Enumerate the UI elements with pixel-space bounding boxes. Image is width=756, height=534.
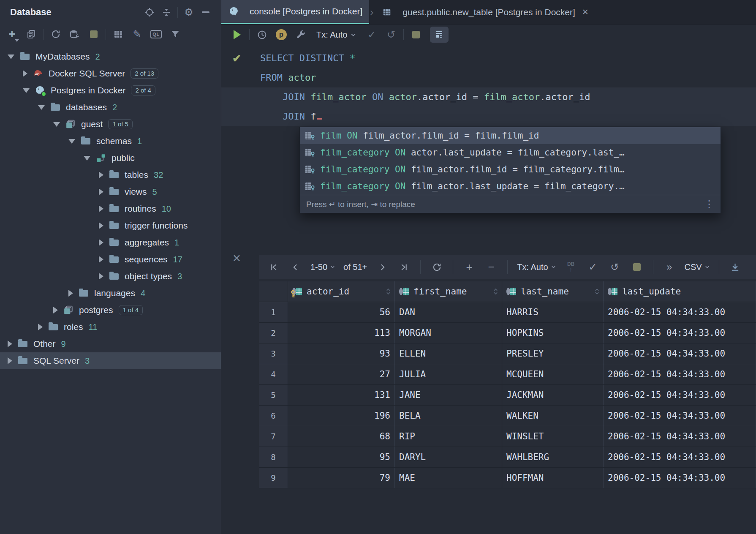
- cell-actor-id[interactable]: 56: [288, 302, 395, 322]
- expand-arrow-icon[interactable]: [53, 307, 58, 313]
- cell-actor-id[interactable]: 95: [288, 447, 395, 467]
- tx-selector[interactable]: Tx: Auto: [310, 30, 362, 40]
- expand-arrow-icon[interactable]: [99, 239, 103, 246]
- filter-icon[interactable]: [166, 26, 185, 43]
- completion-item[interactable]: film_category ON film_actor.film_id = fi…: [300, 161, 721, 178]
- cell-last-update[interactable]: 2006-02-15 04:34:33.00: [604, 426, 756, 447]
- collapse-all-icon[interactable]: [158, 5, 175, 19]
- expand-arrow-icon[interactable]: [38, 324, 43, 330]
- postgres-session-icon[interactable]: p: [272, 26, 291, 43]
- expand-arrow-icon[interactable]: [99, 205, 103, 212]
- cell-actor-id[interactable]: 113: [288, 323, 395, 343]
- cell-last-name[interactable]: HARRIS: [502, 302, 604, 322]
- cell-last-name[interactable]: HOFFMAN: [502, 468, 604, 488]
- tree-item-views[interactable]: views 5: [0, 183, 221, 200]
- cell-last-name[interactable]: JACKMAN: [502, 385, 604, 405]
- reload-icon[interactable]: [426, 259, 448, 275]
- cell-first-name[interactable]: ELLEN: [395, 343, 502, 364]
- cell-first-name[interactable]: DAN: [395, 302, 502, 322]
- tree-item-roles[interactable]: roles 11: [0, 319, 221, 335]
- expand-arrow-icon[interactable]: [99, 172, 103, 178]
- row-number[interactable]: 9: [259, 468, 288, 488]
- next-page-icon[interactable]: [371, 259, 393, 275]
- tree-item-mydatabases[interactable]: MyDatabases 2: [0, 48, 221, 65]
- data-source-properties-icon[interactable]: [65, 26, 84, 43]
- collapse-arrow-icon[interactable]: [68, 139, 75, 144]
- tree-item-other[interactable]: Other 9: [0, 335, 221, 352]
- tree-item-trigger-functions[interactable]: trigger functions: [0, 217, 221, 234]
- cell-last-update[interactable]: 2006-02-15 04:34:33.00: [604, 323, 756, 343]
- cell-first-name[interactable]: RIP: [395, 426, 502, 447]
- cell-first-name[interactable]: BELA: [395, 406, 502, 426]
- table-data-icon[interactable]: [109, 26, 128, 43]
- collapse-arrow-icon[interactable]: [84, 156, 90, 161]
- tree-item-tables[interactable]: tables 32: [0, 166, 221, 183]
- sort-icon[interactable]: [386, 288, 391, 295]
- cell-last-name[interactable]: WALKEN: [502, 406, 604, 426]
- cell-first-name[interactable]: JULIA: [395, 364, 502, 384]
- more-chevrons-icon[interactable]: »: [658, 259, 680, 275]
- new-item-button[interactable]: +: [3, 26, 22, 43]
- edit-pencil-icon[interactable]: ✎: [128, 26, 147, 43]
- row-number[interactable]: 3: [259, 343, 288, 364]
- collapse-arrow-icon[interactable]: [8, 54, 14, 59]
- cell-last-update[interactable]: 2006-02-15 04:34:33.00: [604, 447, 756, 467]
- refresh-icon[interactable]: [46, 26, 65, 43]
- tree-item-object-types[interactable]: object types 3: [0, 268, 221, 285]
- cell-last-update[interactable]: 2006-02-15 04:34:33.00: [604, 343, 756, 364]
- cell-last-name[interactable]: WINSLET: [502, 426, 604, 447]
- row-number[interactable]: 8: [259, 447, 288, 467]
- row-number[interactable]: 4: [259, 364, 288, 384]
- cell-actor-id[interactable]: 27: [288, 364, 395, 384]
- tree-item-aggregates[interactable]: aggregates 1: [0, 234, 221, 251]
- in-editor-results-toggle[interactable]: [430, 27, 449, 43]
- sort-icon[interactable]: [595, 288, 599, 295]
- cell-last-name[interactable]: MCQUEEN: [502, 364, 604, 384]
- cell-actor-id[interactable]: 68: [288, 426, 395, 447]
- editor-line-3[interactable]: JOIN film_actor ON actor.actor_id = film…: [221, 87, 756, 107]
- collapse-arrow-icon[interactable]: [23, 88, 30, 93]
- duplicate-icon[interactable]: [22, 26, 41, 43]
- locate-icon[interactable]: [141, 5, 158, 19]
- history-clock-icon[interactable]: [252, 26, 272, 43]
- row-number[interactable]: 6: [259, 406, 288, 426]
- editor-line-4[interactable]: JOIN f: [221, 107, 756, 126]
- expand-arrow-icon[interactable]: [99, 273, 103, 280]
- tree-item-routines[interactable]: routines 10: [0, 200, 221, 217]
- expand-arrow-icon[interactable]: [8, 357, 12, 364]
- first-page-icon[interactable]: [262, 259, 284, 275]
- add-row-icon[interactable]: +: [458, 259, 480, 275]
- tree-item-guest[interactable]: guest 1 of 5: [0, 116, 221, 133]
- expand-arrow-icon[interactable]: [68, 290, 73, 297]
- editor-line-2[interactable]: FROM actor: [221, 68, 756, 87]
- tab-new-table[interactable]: guest.public.new_table [Postgres in Dock…: [374, 0, 595, 24]
- expand-arrow-icon[interactable]: [99, 256, 103, 263]
- page-range-dropdown[interactable]: 1-50: [306, 262, 339, 272]
- cell-last-update[interactable]: 2006-02-15 04:34:33.00: [604, 364, 756, 384]
- delete-row-icon[interactable]: −: [480, 259, 502, 275]
- jump-to-console-icon[interactable]: QL: [147, 26, 166, 43]
- cell-first-name[interactable]: DARYL: [395, 447, 502, 467]
- row-number[interactable]: 7: [259, 426, 288, 447]
- tree-item-languages[interactable]: languages 4: [0, 285, 221, 302]
- collapse-arrow-icon[interactable]: [38, 105, 45, 110]
- tab-console[interactable]: console [Postgres in Docker]: [221, 0, 369, 24]
- export-format-dropdown[interactable]: CSV: [680, 262, 714, 272]
- cell-actor-id[interactable]: 131: [288, 385, 395, 405]
- column-header-actor_id[interactable]: actor_id: [288, 281, 395, 302]
- wrench-icon[interactable]: [291, 26, 310, 43]
- expand-arrow-icon[interactable]: [99, 222, 103, 229]
- tx-selector[interactable]: Tx: Auto: [513, 262, 560, 272]
- tree-item-public[interactable]: public: [0, 150, 221, 166]
- download-icon[interactable]: [724, 259, 746, 275]
- tree-item-postgres-in-docker[interactable]: Postgres in Docker 2 of 4: [0, 82, 221, 99]
- cell-last-name[interactable]: HOPKINS: [502, 323, 604, 343]
- expand-arrow-icon[interactable]: [23, 70, 27, 77]
- column-header-last_update[interactable]: last_update: [604, 281, 756, 302]
- cell-first-name[interactable]: JANE: [395, 385, 502, 405]
- cell-actor-id[interactable]: 79: [288, 468, 395, 488]
- cell-last-update[interactable]: 2006-02-15 04:34:33.00: [604, 302, 756, 322]
- tree-item-sequences[interactable]: sequences 17: [0, 251, 221, 268]
- last-page-icon[interactable]: [393, 259, 415, 275]
- expand-arrow-icon[interactable]: [99, 188, 103, 195]
